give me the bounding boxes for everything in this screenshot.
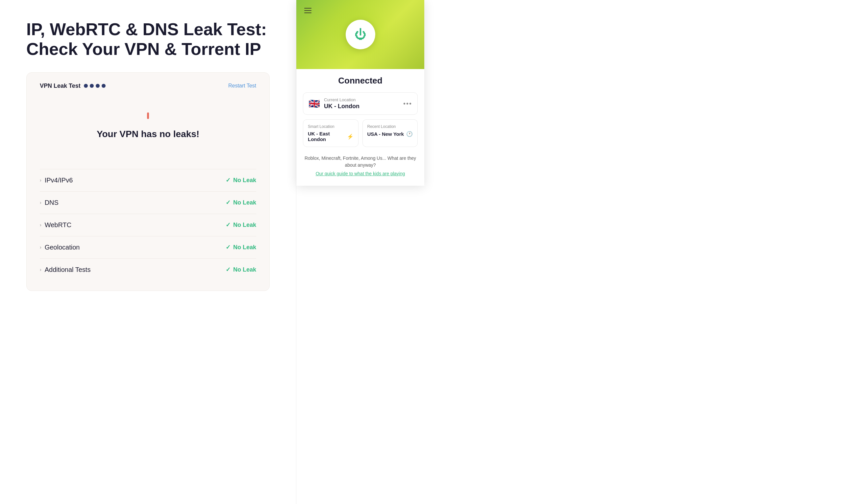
test-item-left-dns: › DNS: [40, 199, 58, 206]
promo-link[interactable]: Our quick guide to what the kids are pla…: [316, 171, 405, 176]
chevron-icon-webrtc: ›: [40, 222, 41, 228]
vpn-top-section: ⏻: [296, 0, 424, 69]
left-panel: IP, WebRTC & DNS Leak Test: Check Your V…: [0, 0, 296, 504]
no-leak-label-dns: No Leak: [233, 199, 256, 206]
test-item-left-additional: › Additional Tests: [40, 266, 90, 273]
hamburger-menu-button[interactable]: [302, 5, 314, 16]
check-icon: ✓: [226, 177, 231, 184]
smart-location-bottom: UK - East London ⚡: [308, 131, 354, 142]
page-title: IP, WebRTC & DNS Leak Test: Check Your V…: [26, 20, 270, 59]
current-location-info: Current Location UK - London: [324, 97, 359, 110]
test-item-name-geo: Geolocation: [45, 244, 80, 251]
no-leak-badge-dns: ✓ No Leak: [226, 199, 256, 206]
vpn-widget: ⏻ Connected 🇬🇧 Current Location UK - Lon…: [296, 0, 424, 186]
current-location-name: UK - London: [324, 103, 359, 110]
no-leak-label-webrtc: No Leak: [233, 221, 256, 229]
check-icon-dns: ✓: [226, 199, 231, 206]
no-leak-badge-geo: ✓ No Leak: [226, 244, 256, 251]
test-item-left: › IPv4/IPv6: [40, 177, 73, 184]
chevron-icon-additional: ›: [40, 267, 41, 272]
hamburger-line-1: [304, 8, 311, 8]
bolt-icon: ⚡: [347, 133, 354, 140]
no-leak-badge-additional: ✓ No Leak: [226, 266, 256, 273]
location-cards-row: Smart Location UK - East London ⚡ Recent…: [303, 119, 418, 147]
test-item-name-additional: Additional Tests: [45, 266, 91, 273]
test-item-left-webrtc: › WebRTC: [40, 221, 71, 229]
hamburger-line-3: [304, 13, 311, 13]
test-item-webrtc[interactable]: › WebRTC ✓ No Leak: [40, 214, 256, 236]
test-item-left-geo: › Geolocation: [40, 244, 79, 251]
check-icon-geo: ✓: [226, 244, 231, 251]
power-icon: ⏻: [355, 28, 366, 41]
test-item-geolocation[interactable]: › Geolocation ✓ No Leak: [40, 236, 256, 258]
test-item-name-dns: DNS: [45, 199, 58, 206]
test-item-additional[interactable]: › Additional Tests ✓ No Leak: [40, 258, 256, 281]
check-icon-webrtc: ✓: [226, 221, 231, 229]
smart-location-name: UK - East London: [308, 131, 347, 142]
test-item-name-ipv4: IPv4/IPv6: [45, 177, 73, 184]
smart-location-card[interactable]: Smart Location UK - East London ⚡: [303, 119, 359, 147]
dot-3: [96, 84, 100, 88]
vpn-test-label: VPN Leak Test: [40, 83, 80, 89]
test-area: [40, 103, 256, 116]
recent-location-bottom: USA - New York 🕐: [368, 131, 413, 137]
dot-2: [90, 84, 94, 88]
current-location-card[interactable]: 🇬🇧 Current Location UK - London •••: [303, 92, 418, 115]
test-items-list: › IPv4/IPv6 ✓ No Leak › DNS ✓ No Leak: [40, 169, 256, 281]
chevron-icon-geo: ›: [40, 245, 41, 250]
no-leak-badge-ipv4: ✓ No Leak: [226, 177, 256, 184]
promo-section: Roblox, Minecraft, Fortnite, Among Us...…: [303, 154, 418, 178]
recent-location-name: USA - New York: [368, 131, 404, 137]
test-item-dns[interactable]: › DNS ✓ No Leak: [40, 191, 256, 214]
no-leak-badge-webrtc: ✓ No Leak: [226, 221, 256, 229]
test-item-ipv4[interactable]: › IPv4/IPv6 ✓ No Leak: [40, 169, 256, 191]
dot-4: [102, 84, 106, 88]
chevron-icon: ›: [40, 178, 41, 183]
recent-location-type: Recent Location: [368, 124, 413, 129]
no-leaks-title: Your VPN has no leaks!: [40, 129, 256, 139]
dot-1: [84, 84, 88, 88]
no-leak-label-additional: No Leak: [233, 266, 256, 273]
right-panel: ⏻ Connected 🇬🇧 Current Location UK - Lon…: [296, 0, 424, 504]
promo-text: Roblox, Minecraft, Fortnite, Among Us...…: [303, 155, 418, 169]
current-location-label: Current Location: [324, 97, 359, 102]
recent-location-card[interactable]: Recent Location USA - New York 🕐: [362, 119, 418, 147]
smart-location-type: Smart Location: [308, 124, 354, 129]
no-leak-label: No Leak: [233, 177, 256, 184]
current-location-left: 🇬🇧 Current Location UK - London: [308, 97, 359, 110]
more-options-button[interactable]: •••: [403, 100, 412, 108]
clock-icon: 🕐: [406, 131, 413, 137]
vpn-test-title-row: VPN Leak Test: [40, 83, 106, 89]
check-icon-additional: ✓: [226, 266, 231, 273]
hamburger-line-2: [304, 10, 311, 11]
restart-test-button[interactable]: Restart Test: [228, 83, 256, 89]
uk-flag-icon: 🇬🇧: [308, 98, 320, 109]
test-item-name-webrtc: WebRTC: [45, 221, 72, 229]
vpn-test-header: VPN Leak Test Restart Test: [40, 83, 256, 89]
vpn-bottom-section: Connected 🇬🇧 Current Location UK - Londo…: [296, 69, 424, 186]
chevron-icon-dns: ›: [40, 200, 41, 205]
power-button[interactable]: ⏻: [346, 20, 375, 49]
progress-dots: [84, 84, 106, 88]
no-leaks-section: Your VPN has no leaks!: [40, 116, 256, 169]
connected-status: Connected: [303, 76, 418, 86]
orange-marker: [147, 112, 149, 119]
vpn-test-card: VPN Leak Test Restart Test Your VPN has …: [26, 72, 270, 291]
no-leak-label-geo: No Leak: [233, 244, 256, 251]
